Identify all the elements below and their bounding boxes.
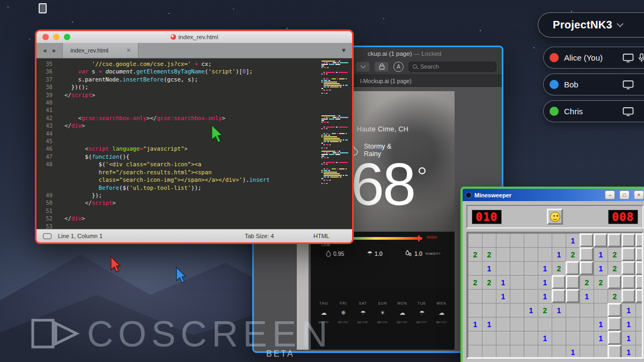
mine-cell-open[interactable]: 1	[482, 317, 496, 331]
mine-cell-hidden[interactable]	[552, 289, 566, 303]
close-button[interactable]: ×	[634, 190, 644, 200]
mine-cell-open[interactable]	[482, 303, 496, 317]
mine-cell-open[interactable]	[594, 289, 608, 303]
mine-cell-open[interactable]	[580, 345, 594, 359]
mine-cell-open[interactable]: 2	[468, 275, 482, 289]
mine-cell-open[interactable]	[510, 261, 524, 275]
mine-cell-open[interactable]	[538, 345, 552, 359]
mine-cell-open[interactable]	[468, 289, 482, 303]
smiley-button[interactable]	[547, 209, 563, 225]
mine-cell-open[interactable]: 1	[482, 261, 496, 275]
mine-cell-hidden[interactable]	[608, 345, 621, 359]
nav-forward-icon[interactable]: ▶	[53, 48, 56, 53]
project-dropdown[interactable]: ProjectNK3	[538, 12, 644, 38]
mine-cell-hidden[interactable]	[608, 317, 621, 331]
code-lines[interactable]: 35 '//cse.google.com/cse.js?cx=' + cx;36…	[36, 58, 352, 229]
mine-cell-hidden[interactable]	[621, 233, 635, 247]
mine-cell-open[interactable]: 1	[538, 289, 552, 303]
mine-cell-open[interactable]	[580, 317, 594, 331]
document-tab[interactable]: l-Mockup.ai (1 page)	[360, 78, 412, 84]
screen-share-icon[interactable]	[623, 53, 634, 63]
mine-cell-hidden[interactable]	[608, 275, 621, 289]
minesweeper-grid[interactable]: 122121211212221122111212111111111111	[466, 232, 643, 359]
annotate-button[interactable]: A	[393, 62, 404, 72]
mine-cell-open[interactable]	[496, 331, 510, 345]
mine-cell-open[interactable]	[496, 261, 510, 275]
mine-cell-open[interactable]	[510, 275, 524, 289]
mine-cell-open[interactable]: 2	[608, 247, 621, 261]
mine-cell-open[interactable]	[635, 331, 643, 345]
mine-cell-open[interactable]: 2	[566, 247, 580, 261]
mine-cell-open[interactable]	[538, 233, 552, 247]
mine-cell-open[interactable]: 2	[552, 261, 566, 275]
mic-icon[interactable]	[638, 53, 644, 63]
mine-cell-open[interactable]: 1	[621, 303, 635, 317]
mine-cell-open[interactable]: 2	[538, 303, 552, 317]
mine-cell-hidden[interactable]	[566, 289, 580, 303]
mine-cell-open[interactable]: 1	[621, 317, 635, 331]
mine-cell-open[interactable]	[538, 317, 552, 331]
mine-cell-open[interactable]	[468, 261, 482, 275]
mine-cell-open[interactable]: 2	[594, 275, 608, 289]
mine-cell-open[interactable]	[594, 303, 608, 317]
maximize-button[interactable]: □	[619, 190, 630, 200]
minesweeper-titlebar[interactable]: Minesweeper − □ ×	[463, 189, 644, 201]
mine-cell-open[interactable]: 1	[468, 317, 482, 331]
mine-cell-open[interactable]	[510, 247, 524, 261]
tab-size-label[interactable]: Tab Size: 4	[245, 233, 274, 239]
mine-cell-open[interactable]	[524, 275, 538, 289]
mine-cell-open[interactable]: 1	[594, 331, 608, 345]
nav-back-icon[interactable]: ◀	[43, 48, 46, 53]
mine-cell-open[interactable]: 2	[468, 247, 482, 261]
mine-cell-open[interactable]: 1	[552, 303, 566, 317]
mine-cell-open[interactable]	[496, 233, 510, 247]
mine-cell-open[interactable]	[482, 233, 496, 247]
mine-cell-open[interactable]	[524, 345, 538, 359]
mine-cell-open[interactable]	[468, 345, 482, 359]
participant-chris[interactable]: Chris	[543, 100, 644, 122]
editor-minimap[interactable]	[321, 61, 348, 227]
mine-cell-open[interactable]	[635, 317, 643, 331]
mine-cell-open[interactable]	[552, 345, 566, 359]
mine-cell-open[interactable]	[468, 331, 482, 345]
mine-cell-hidden[interactable]	[635, 275, 643, 289]
mine-cell-open[interactable]	[524, 331, 538, 345]
mine-cell-open[interactable]: 1	[524, 303, 538, 317]
screen-share-icon[interactable]	[623, 107, 634, 116]
mine-cell-open[interactable]	[580, 303, 594, 317]
mine-cell-open[interactable]	[482, 345, 496, 359]
mine-cell-open[interactable]	[524, 233, 538, 247]
mine-cell-hidden[interactable]	[608, 233, 621, 247]
mine-cell-open[interactable]	[468, 233, 482, 247]
mine-cell-open[interactable]	[566, 303, 580, 317]
mine-cell-open[interactable]: 1	[594, 261, 608, 275]
mine-cell-open[interactable]	[496, 303, 510, 317]
mine-cell-open[interactable]: 1	[538, 261, 552, 275]
mine-cell-open[interactable]: 2	[608, 289, 621, 303]
mine-cell-open[interactable]	[510, 331, 524, 345]
mine-cell-open[interactable]: 2	[608, 261, 621, 275]
mine-cell-open[interactable]	[524, 247, 538, 261]
mine-cell-open[interactable]	[566, 317, 580, 331]
mine-cell-open[interactable]	[496, 345, 510, 359]
mine-cell-hidden[interactable]	[566, 275, 580, 289]
mine-cell-hidden[interactable]	[635, 247, 643, 261]
mine-cell-hidden[interactable]	[621, 289, 635, 303]
mine-cell-hidden[interactable]	[552, 275, 566, 289]
mine-cell-open[interactable]	[510, 233, 524, 247]
mine-cell-open[interactable]: 1	[538, 275, 552, 289]
mine-cell-hidden[interactable]	[608, 331, 621, 345]
mine-cell-open[interactable]	[538, 247, 552, 261]
tab-close-icon[interactable]: ×	[127, 47, 130, 54]
mine-cell-open[interactable]: 1	[552, 247, 566, 261]
mine-cell-open[interactable]	[468, 303, 482, 317]
mine-cell-open[interactable]: 1	[594, 247, 608, 261]
screen-share-icon[interactable]	[623, 80, 634, 90]
mine-cell-open[interactable]	[635, 345, 643, 359]
mine-cell-hidden[interactable]	[580, 233, 594, 247]
mine-cell-open[interactable]: 1	[538, 331, 552, 345]
mine-cell-open[interactable]	[552, 331, 566, 345]
mine-cell-open[interactable]	[524, 261, 538, 275]
mine-cell-open[interactable]: 1	[496, 275, 510, 289]
mine-cell-hidden[interactable]	[566, 261, 580, 275]
